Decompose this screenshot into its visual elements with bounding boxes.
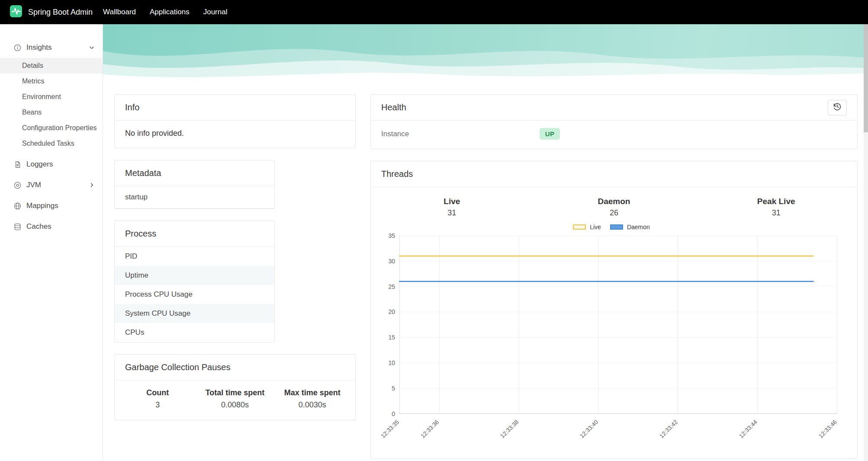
process-row-process-cpu: Process CPU Usage — [115, 285, 274, 304]
health-card: Health Instance — [370, 94, 858, 149]
brand[interactable]: Spring Boot Admin — [10, 5, 93, 19]
legend-label-daemon: Daemon — [627, 224, 650, 230]
brand-title: Spring Boot Admin — [28, 8, 93, 17]
svg-text:30: 30 — [389, 258, 395, 265]
stat-live-label: Live — [371, 197, 533, 206]
database-icon — [13, 222, 22, 231]
globe-icon — [13, 202, 22, 210]
sidebar-item-metrics[interactable]: Metrics — [0, 74, 103, 89]
process-row-system-cpu: System CPU Usage — [115, 304, 274, 323]
sidebar-item-scheduled-tasks[interactable]: Scheduled Tasks — [0, 136, 103, 151]
stat-daemon-value: 26 — [533, 208, 695, 218]
threads-stats: Live 31 Daemon 26 Peak Live 31 — [371, 187, 857, 219]
navbar-links: Wallboard Applications Journal — [96, 8, 234, 16]
svg-text:15: 15 — [389, 334, 395, 341]
gc-total-header: Total time spent — [196, 388, 274, 397]
health-instance-row: Instance UP — [371, 121, 857, 149]
sidebar-item-mappings[interactable]: Mappings — [0, 195, 103, 216]
threads-card-title: Threads — [381, 169, 413, 179]
legend-swatch-daemon — [610, 224, 623, 230]
gc-total-column: Total time spent 0.0080s — [196, 388, 274, 410]
svg-text:12:33:38: 12:33:38 — [499, 419, 520, 439]
document-icon — [13, 160, 22, 169]
metadata-card-title: Metadata — [125, 168, 161, 178]
info-circle-icon — [13, 43, 22, 52]
legend-label-live: Live — [590, 224, 601, 230]
sidebar-item-label: JVM — [26, 181, 88, 189]
svg-text:12:33:40: 12:33:40 — [579, 419, 599, 439]
instance-label: Instance — [381, 130, 540, 138]
svg-text:25: 25 — [389, 283, 395, 290]
process-card: Process PID Uptime Process CPU Usage Sys… — [114, 221, 275, 343]
gc-max-header: Max time spent — [273, 388, 351, 397]
stat-peak-live: Peak Live 31 — [695, 197, 857, 218]
process-row-pid: PID — [115, 247, 274, 266]
sidebar-item-loggers[interactable]: Loggers — [0, 154, 103, 175]
status-badge: UP — [540, 128, 560, 140]
sidebar-item-label: Insights — [26, 43, 88, 52]
svg-text:5: 5 — [392, 385, 395, 392]
app-logo-icon — [10, 5, 23, 19]
nav-journal[interactable]: Journal — [196, 8, 235, 16]
stat-peak-live-value: 31 — [695, 208, 857, 218]
svg-text:12:33:35: 12:33:35 — [379, 419, 400, 439]
gc-table: Count 3 Total time spent 0.0080s Max tim… — [115, 381, 355, 420]
sidebar-item-label: Mappings — [26, 202, 96, 210]
sidebar-item-jvm[interactable]: JVM — [0, 175, 103, 195]
gc-max-column: Max time spent 0.0030s — [273, 388, 351, 410]
disc-icon — [13, 181, 22, 189]
chevron-down-icon — [88, 44, 96, 51]
gc-count-header: Count — [119, 388, 196, 397]
info-card: Info No info provided. — [114, 94, 356, 148]
svg-text:20: 20 — [389, 308, 395, 315]
process-card-title: Process — [125, 229, 156, 239]
process-row-cpus: CPUs — [115, 323, 274, 342]
sidebar-item-beans[interactable]: Beans — [0, 105, 103, 120]
svg-text:0: 0 — [392, 410, 395, 417]
sidebar-item-environment[interactable]: Environment — [0, 89, 103, 105]
chart-legend: Live Daemon — [371, 219, 857, 230]
gc-card-title: Garbage Collection Pauses — [125, 362, 230, 372]
stat-live-value: 31 — [371, 208, 533, 218]
gc-max-value: 0.0030s — [273, 400, 351, 410]
chevron-right-icon — [88, 181, 96, 189]
svg-text:35: 35 — [389, 232, 395, 239]
sidebar-item-insights[interactable]: Insights — [0, 37, 103, 58]
sidebar-item-details[interactable]: Details — [0, 58, 103, 74]
process-row-uptime: Uptime — [115, 266, 274, 285]
stat-daemon-label: Daemon — [533, 197, 695, 206]
svg-text:10: 10 — [389, 359, 395, 366]
metadata-row: startup — [115, 186, 274, 208]
gc-count-column: Count 3 — [119, 388, 196, 410]
gc-pauses-card: Garbage Collection Pauses Count 3 Total … — [114, 354, 356, 420]
threads-chart: 0510152025303512:33:3512:33:3612:33:3812… — [371, 230, 857, 458]
sidebar-item-caches[interactable]: Caches — [0, 216, 103, 237]
scrollbar-track[interactable] — [864, 24, 868, 461]
sidebar-item-configuration-properties[interactable]: Configuration Properties — [0, 120, 103, 136]
stat-live: Live 31 — [371, 197, 533, 218]
scrollbar-thumb[interactable] — [864, 24, 868, 132]
svg-text:12:33:36: 12:33:36 — [419, 419, 440, 439]
metadata-card: Metadata startup — [114, 160, 275, 209]
legend-swatch-live — [573, 224, 586, 230]
main-area: Info No info provided. Metadata startup … — [103, 24, 868, 461]
nav-wallboard[interactable]: Wallboard — [96, 8, 143, 16]
svg-text:12:33:46: 12:33:46 — [817, 419, 838, 439]
info-card-body: No info provided. — [115, 121, 355, 148]
sidebar-item-label: Caches — [26, 222, 96, 231]
gc-count-value: 3 — [119, 400, 196, 410]
stat-daemon: Daemon 26 — [533, 197, 695, 218]
sidebar: Insights Details Metrics Environment Bea… — [0, 24, 103, 461]
threads-card: Threads Live 31 Daemon 26 Peak Live — [370, 161, 858, 459]
health-history-button[interactable] — [828, 100, 847, 115]
process-table: PID Uptime Process CPU Usage System CPU … — [115, 247, 274, 342]
top-navbar: Spring Boot Admin Wallboard Applications… — [0, 0, 868, 24]
header-wave-banner — [103, 24, 868, 82]
svg-text:12:33:42: 12:33:42 — [658, 419, 679, 439]
nav-applications[interactable]: Applications — [143, 8, 196, 16]
gc-total-value: 0.0080s — [196, 400, 274, 410]
svg-text:12:33:44: 12:33:44 — [738, 419, 759, 439]
stat-peak-live-label: Peak Live — [695, 197, 857, 206]
sidebar-item-label: Loggers — [26, 160, 96, 169]
info-card-title: Info — [125, 102, 139, 112]
